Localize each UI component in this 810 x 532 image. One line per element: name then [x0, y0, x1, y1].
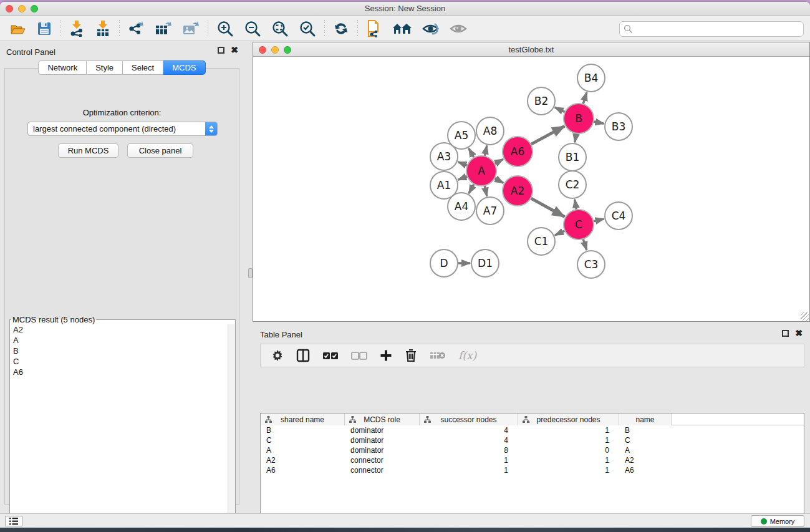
search-field[interactable]: [619, 21, 804, 37]
tab-style[interactable]: Style: [87, 60, 123, 75]
import-table-button[interactable]: [90, 18, 116, 39]
export-table-button[interactable]: [150, 18, 177, 39]
edge-C-C4[interactable]: [593, 219, 604, 221]
edge-B-B3[interactable]: [594, 122, 604, 123]
column-header-predecessor-nodes[interactable]: predecessor nodes: [518, 414, 619, 425]
graph-node-A8[interactable]: A8: [476, 117, 504, 145]
result-list-item[interactable]: A2: [10, 324, 235, 335]
zoom-selected-button[interactable]: [294, 18, 321, 39]
edge-B-B2[interactable]: [555, 107, 566, 112]
graph-node-C2[interactable]: C2: [559, 171, 586, 198]
cell-successor-nodes: 4: [420, 426, 518, 435]
graph-node-B1[interactable]: B1: [559, 143, 586, 171]
table-row[interactable]: A2connector11A2: [261, 455, 804, 465]
column-header-shared-name[interactable]: shared name: [261, 414, 345, 425]
graph-node-A6[interactable]: A6: [503, 137, 533, 167]
graph-node-B2[interactable]: B2: [528, 87, 555, 115]
edge-A-A3[interactable]: [458, 162, 467, 166]
edge-A-A2[interactable]: [494, 178, 503, 183]
graph-node-D[interactable]: D: [430, 249, 458, 277]
graph-node-A3[interactable]: A3: [430, 143, 458, 170]
graph-node-C[interactable]: C: [564, 210, 594, 239]
home-button[interactable]: [387, 18, 417, 39]
graph-node-B3[interactable]: B3: [605, 113, 632, 140]
table-row[interactable]: A6connector11A6: [261, 465, 804, 475]
task-history-button[interactable]: [5, 516, 22, 526]
edge-A-A4[interactable]: [469, 184, 475, 193]
deselect-all-button[interactable]: [347, 346, 372, 365]
show-graphics-details-button[interactable]: [445, 18, 472, 39]
tab-mcds[interactable]: MCDS: [163, 60, 205, 75]
delete-table-button[interactable]: [425, 346, 450, 365]
table-row[interactable]: Bdominator41B: [261, 425, 804, 435]
edge-A-A5[interactable]: [469, 148, 475, 158]
graph-node-B4[interactable]: B4: [577, 64, 605, 92]
export-image-button[interactable]: [177, 18, 205, 39]
edge-C-C3[interactable]: [583, 239, 587, 250]
export-image-icon: [182, 21, 200, 37]
optimization-criterion-select[interactable]: largest connected component (directed): [27, 122, 218, 136]
zoom-fit-button[interactable]: [266, 18, 294, 39]
control-panel-float-icon[interactable]: [218, 47, 224, 54]
refresh-button[interactable]: [328, 18, 354, 39]
edge-A2-C[interactable]: [531, 198, 564, 217]
table-settings-button[interactable]: [267, 346, 288, 365]
edge-A-A1[interactable]: [458, 177, 467, 180]
tab-network[interactable]: Network: [38, 60, 87, 75]
table-row[interactable]: Cdominator41C: [261, 435, 804, 445]
edge-A-A6[interactable]: [494, 159, 503, 163]
save-session-button[interactable]: [32, 18, 57, 39]
mcds-result-list[interactable]: A2ABCA6: [10, 324, 235, 519]
edge-B-B4[interactable]: [583, 92, 587, 104]
zoom-out-button[interactable]: [239, 18, 266, 39]
clone-network-button[interactable]: [361, 18, 387, 39]
edge-C-C2[interactable]: [575, 200, 577, 210]
result-list-scrollbar[interactable]: [228, 324, 235, 519]
result-list-item[interactable]: A: [10, 335, 235, 346]
graph-node-A4[interactable]: A4: [448, 193, 475, 220]
panel-divider-handle[interactable]: [248, 268, 253, 278]
function-builder-button[interactable]: f(x): [454, 346, 481, 365]
window-resize-grip[interactable]: [801, 312, 809, 321]
search-input[interactable]: [633, 25, 803, 34]
edge-A-A7[interactable]: [485, 185, 487, 196]
network-window-titlebar[interactable]: testGlobe.txt: [253, 42, 809, 57]
graph-node-D1[interactable]: D1: [471, 249, 499, 277]
column-header-successor-nodes[interactable]: successor nodes: [420, 414, 518, 425]
column-header-name[interactable]: name: [619, 414, 672, 425]
column-header-MCDS-role[interactable]: MCDS role: [345, 414, 420, 425]
edge-A6-B[interactable]: [531, 126, 564, 144]
memory-button[interactable]: Memory: [751, 515, 804, 527]
table-row[interactable]: Adominator80A: [261, 445, 804, 455]
graph-node-B[interactable]: B: [564, 104, 594, 133]
graph-node-A7[interactable]: A7: [476, 197, 504, 225]
network-graph-canvas[interactable]: B4B2BB3A8A5A6A3B1AC2A1A2A4A7C4CC1DD1C3: [253, 57, 809, 321]
result-list-item[interactable]: B: [10, 346, 235, 356]
graph-node-C3[interactable]: C3: [577, 251, 605, 278]
edge-A-A8[interactable]: [485, 145, 487, 156]
column-visibility-button[interactable]: [292, 346, 314, 365]
delete-column-button[interactable]: [400, 346, 422, 365]
hide-graphics-details-button[interactable]: [417, 18, 445, 39]
edge-C-C1[interactable]: [555, 231, 565, 235]
cell-MCDS-role: dominator: [345, 436, 420, 445]
edge-B-B1[interactable]: [575, 133, 576, 143]
tab-select[interactable]: Select: [123, 60, 163, 75]
graph-node-A2[interactable]: A2: [503, 176, 533, 206]
table-panel-float-icon[interactable]: [782, 330, 789, 337]
close-panel-button[interactable]: Close panel: [127, 143, 193, 158]
graph-node-A[interactable]: A: [466, 156, 496, 186]
result-list-item[interactable]: C: [10, 356, 235, 367]
zoom-in-button[interactable]: [211, 18, 239, 39]
run-mcds-button[interactable]: Run MCDS: [58, 143, 118, 158]
control-panel-close-icon[interactable]: ✖: [231, 47, 238, 54]
result-list-item[interactable]: A6: [10, 367, 235, 377]
import-network-button[interactable]: [64, 18, 90, 39]
graph-node-C4[interactable]: C4: [605, 202, 632, 230]
add-column-button[interactable]: [375, 346, 397, 365]
open-session-button[interactable]: [5, 18, 32, 39]
graph-node-C1[interactable]: C1: [528, 228, 555, 255]
select-all-button[interactable]: [318, 346, 343, 365]
export-network-button[interactable]: [123, 18, 150, 39]
table-panel-close-icon[interactable]: ✖: [795, 330, 803, 337]
